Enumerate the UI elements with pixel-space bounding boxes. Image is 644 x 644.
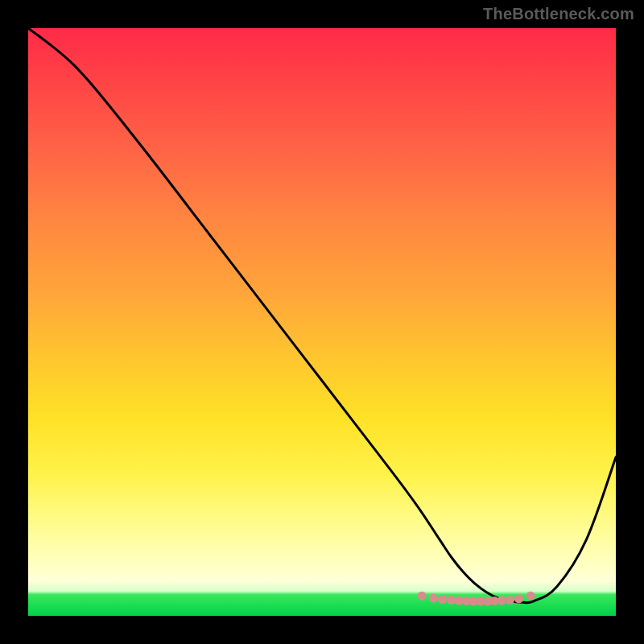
plot-area	[28, 28, 616, 616]
marker-dot	[418, 592, 427, 601]
attribution-text: TheBottleneck.com	[483, 5, 634, 23]
marker-dot	[526, 592, 535, 601]
marker-dot	[514, 594, 523, 603]
marker-dot	[429, 594, 438, 603]
chart-svg	[28, 28, 616, 616]
bottom-markers	[418, 592, 535, 606]
bottleneck-curve	[28, 28, 616, 603]
marker-dot	[438, 595, 447, 604]
chart-frame: TheBottleneck.com	[0, 0, 644, 644]
marker-dot	[447, 596, 456, 605]
marker-dot	[506, 596, 514, 605]
marker-dot	[455, 597, 464, 605]
marker-dot	[497, 597, 506, 605]
